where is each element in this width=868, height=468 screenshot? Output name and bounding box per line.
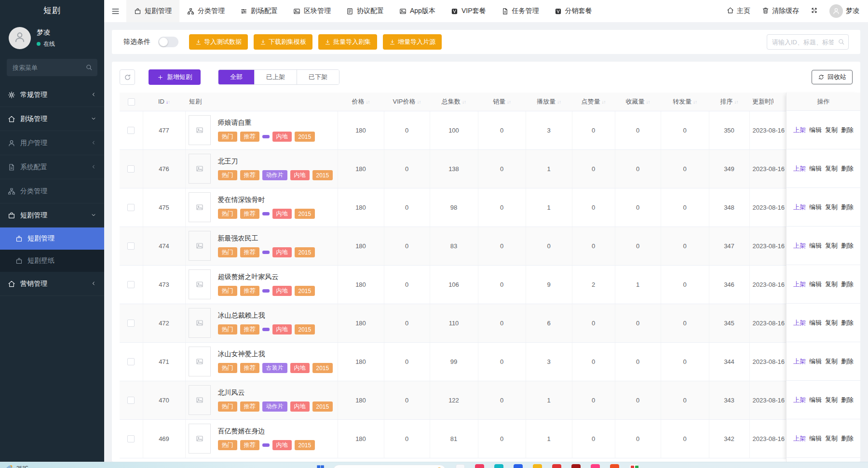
action-delete[interactable]: 删除 xyxy=(841,357,854,366)
action-publish[interactable]: 上架 xyxy=(793,164,806,173)
column-header-sales[interactable]: 销量↓↑ xyxy=(478,93,526,111)
taskbar-weather[interactable]: 25℃ xyxy=(6,464,28,468)
action-edit[interactable]: 编辑 xyxy=(809,396,822,404)
column-header-plays[interactable]: 播放量↓↑ xyxy=(526,93,572,111)
row-checkbox[interactable] xyxy=(127,397,135,404)
column-header-likes[interactable]: 点赞量↓↑ xyxy=(572,93,615,111)
action-delete[interactable]: 删除 xyxy=(841,319,854,327)
taskbar-app-icon[interactable] xyxy=(533,464,542,468)
nav-tab-6[interactable]: VIP套餐 xyxy=(443,0,494,22)
nav-tab-7[interactable]: 任务管理 xyxy=(494,0,547,22)
taskbar-app-icon[interactable] xyxy=(629,464,639,468)
action-publish[interactable]: 上架 xyxy=(793,357,806,366)
taskbar-app-icon[interactable] xyxy=(610,464,619,468)
poster-placeholder[interactable] xyxy=(189,424,211,454)
sort-control[interactable]: ↓↑ xyxy=(166,99,170,105)
hamburger-button[interactable] xyxy=(104,0,126,22)
clear-cache-button[interactable]: 清除缓存 xyxy=(762,7,799,15)
filter-action-button-1[interactable]: 下载剧集模板 xyxy=(254,34,312,50)
sidebar-item-5[interactable]: 短剧管理 xyxy=(0,203,104,227)
column-header-id[interactable]: ID↓↑ xyxy=(143,93,185,111)
add-drama-button[interactable]: 新增短剧 xyxy=(149,69,201,85)
poster-placeholder[interactable] xyxy=(189,385,211,415)
action-delete[interactable]: 删除 xyxy=(841,396,854,404)
status-tab-0[interactable]: 全部 xyxy=(218,70,254,84)
action-publish[interactable]: 上架 xyxy=(793,396,806,404)
action-copy[interactable]: 复制 xyxy=(825,241,838,250)
action-edit[interactable]: 编辑 xyxy=(809,203,822,212)
table-search-input[interactable] xyxy=(767,34,849,50)
poster-placeholder[interactable] xyxy=(189,269,211,299)
sidebar-item-0[interactable]: 常规管理 xyxy=(0,83,104,107)
fullscreen-button[interactable] xyxy=(811,7,818,15)
action-publish[interactable]: 上架 xyxy=(793,203,806,212)
column-header-favs[interactable]: 收藏量↓↑ xyxy=(615,93,661,111)
poster-placeholder[interactable] xyxy=(189,154,211,184)
taskbar-app-icon[interactable] xyxy=(456,464,465,468)
row-checkbox[interactable] xyxy=(127,435,135,442)
poster-placeholder[interactable] xyxy=(189,192,211,222)
action-edit[interactable]: 编辑 xyxy=(809,164,822,173)
refresh-button[interactable] xyxy=(120,69,135,85)
sort-control[interactable]: ↓↑ xyxy=(462,99,466,105)
action-copy[interactable]: 复制 xyxy=(825,203,838,212)
sort-control[interactable]: ↓↑ xyxy=(602,99,606,105)
poster-placeholder[interactable] xyxy=(189,347,211,376)
action-copy[interactable]: 复制 xyxy=(825,164,838,173)
action-delete[interactable]: 删除 xyxy=(841,241,854,250)
action-edit[interactable]: 编辑 xyxy=(809,241,822,250)
taskbar-app-icon[interactable] xyxy=(475,464,484,468)
filter-action-button-3[interactable]: 增量导入片源 xyxy=(383,34,442,50)
row-checkbox[interactable] xyxy=(127,165,135,173)
nav-tab-2[interactable]: 剧场配置 xyxy=(232,0,285,22)
action-copy[interactable]: 复制 xyxy=(825,126,838,134)
action-publish[interactable]: 上架 xyxy=(793,319,806,327)
taskbar-app-icon[interactable] xyxy=(514,464,523,468)
sidebar-subitem-1[interactable]: 短剧壁纸 xyxy=(0,250,104,272)
sidebar-item-4[interactable]: 分类管理 xyxy=(0,179,104,203)
action-publish[interactable]: 上架 xyxy=(793,241,806,250)
sort-control[interactable]: ↓↑ xyxy=(734,99,738,105)
row-checkbox[interactable] xyxy=(127,127,135,134)
select-all-checkbox[interactable] xyxy=(128,98,135,106)
action-edit[interactable]: 编辑 xyxy=(809,126,822,134)
nav-tab-0[interactable]: 短剧管理 xyxy=(126,0,179,22)
nav-tab-3[interactable]: 区块管理 xyxy=(285,0,339,22)
column-header-price[interactable]: 价格↓↑ xyxy=(338,93,384,111)
column-header-vip[interactable]: VIP价格↓↑ xyxy=(384,93,430,111)
row-checkbox[interactable] xyxy=(127,320,135,327)
nav-tab-5[interactable]: App版本 xyxy=(392,0,443,22)
sidebar-item-6[interactable]: 营销管理 xyxy=(0,272,104,296)
status-tab-1[interactable]: 已上架 xyxy=(254,70,297,84)
recycle-bin-button[interactable]: 回收站 xyxy=(812,70,853,84)
action-edit[interactable]: 编辑 xyxy=(809,434,822,443)
action-edit[interactable]: 编辑 xyxy=(809,319,822,327)
action-publish[interactable]: 上架 xyxy=(793,126,806,134)
sidebar-item-2[interactable]: 用户管理 xyxy=(0,131,104,155)
user-avatar[interactable] xyxy=(9,27,31,49)
sidebar-subitem-0[interactable]: 短剧管理 xyxy=(0,227,104,250)
sidebar-item-1[interactable]: 剧场管理 xyxy=(0,107,104,131)
action-copy[interactable]: 复制 xyxy=(825,319,838,327)
sidebar-search-input[interactable] xyxy=(7,59,97,76)
sort-control[interactable]: ↓↑ xyxy=(557,99,561,105)
action-delete[interactable]: 删除 xyxy=(841,203,854,212)
action-edit[interactable]: 编辑 xyxy=(809,280,822,289)
column-header-shares[interactable]: 转发量↓↑ xyxy=(661,93,709,111)
sort-control[interactable]: ↓↑ xyxy=(417,99,420,105)
action-copy[interactable]: 复制 xyxy=(825,434,838,443)
row-checkbox[interactable] xyxy=(127,242,135,250)
nav-tab-8[interactable]: 分销套餐 xyxy=(547,0,600,22)
sort-control[interactable]: ↓↑ xyxy=(507,99,511,105)
action-copy[interactable]: 复制 xyxy=(825,280,838,289)
action-delete[interactable]: 删除 xyxy=(841,434,854,443)
action-publish[interactable]: 上架 xyxy=(793,280,806,289)
action-delete[interactable]: 删除 xyxy=(841,126,854,134)
row-checkbox[interactable] xyxy=(127,281,135,288)
column-header-order[interactable]: 排序↓↑ xyxy=(709,93,749,111)
poster-placeholder[interactable] xyxy=(189,231,211,261)
nav-tab-4[interactable]: 协议配置 xyxy=(339,0,392,22)
sort-control[interactable]: ↓↑ xyxy=(366,99,370,105)
account-menu[interactable]: 梦凌 xyxy=(829,4,859,18)
sidebar-item-3[interactable]: 系统配置 xyxy=(0,155,104,179)
